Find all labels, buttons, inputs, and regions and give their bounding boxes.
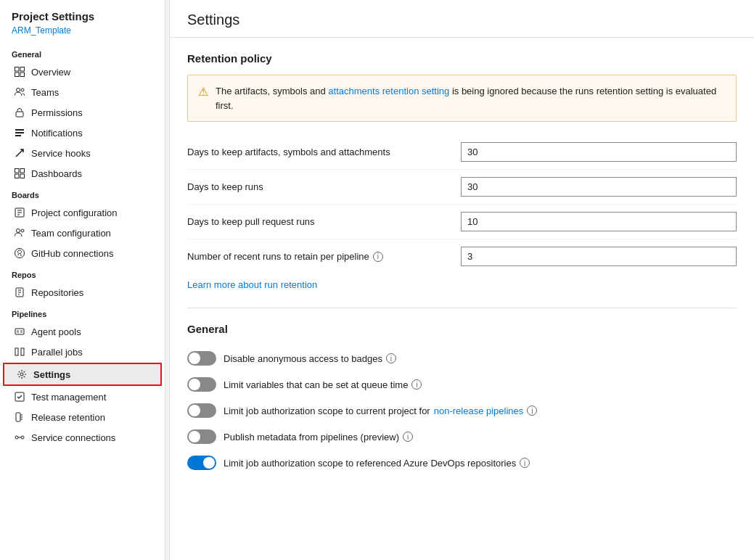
learn-more-run-retention-link[interactable]: Learn more about run retention [187,279,317,290]
anon-badges-toggle[interactable] [187,351,216,366]
sidebar-item-notifications[interactable]: Notifications [0,123,165,143]
svg-rect-22 [15,348,18,355]
permissions-icon [14,107,25,118]
toggle-row-limit-vars: Limit variables that can be set at queue… [187,371,737,398]
sidebar-item-github-connections[interactable]: GitHub connections [0,243,165,263]
sidebar-item-service-connections[interactable]: Service connections [0,427,165,448]
svg-rect-13 [20,174,25,178]
svg-point-17 [15,249,25,258]
sidebar-item-settings-label: Settings [33,369,70,380]
artifacts-input[interactable] [461,142,737,162]
publish-metadata-toggle[interactable] [187,429,216,444]
sidebar-item-project-config-label: Project configuration [31,207,118,218]
limit-vars-label: Limit variables that can be set at queue… [224,379,422,390]
sidebar-item-dashboards[interactable]: Dashboards [0,163,165,184]
svg-rect-26 [16,413,20,421]
sidebar-item-test-mgmt-label: Test management [31,392,106,403]
github-icon [14,247,25,259]
svg-point-27 [15,436,18,439]
sidebar-item-test-management[interactable]: Test management [0,387,165,407]
svg-rect-19 [15,329,24,334]
recent-runs-input[interactable] [461,247,737,266]
recent-runs-label: Number of recent runs to retain per pipe… [187,251,461,262]
sidebar-title: Project Settings [0,0,165,24]
svg-point-16 [21,229,24,232]
page-header: Settings [170,0,754,38]
recent-runs-info-icon[interactable]: i [373,252,383,262]
sidebar-section-boards: Boards [0,184,165,202]
toggle-row-anon-badges: Disable anonymous access to badges i [187,345,737,371]
main-content: Settings Retention policy ⚠ The artifact… [170,0,754,560]
svg-point-24 [20,373,23,376]
sidebar-item-overview[interactable]: Overview [0,62,165,82]
sidebar-item-github-label: GitHub connections [31,248,113,259]
svg-rect-10 [15,169,20,173]
toggle-row-publish-metadata: Publish metadata from pipelines (preview… [187,424,737,450]
sidebar-item-repos-label: Repositories [31,287,83,298]
sidebar-item-service-hooks[interactable]: Service hooks [0,143,165,163]
toggle-row-limit-job-scope: Limit job authorization scope to current… [187,398,737,424]
publish-metadata-info-icon[interactable]: i [403,432,413,442]
attachments-link[interactable]: attachments retention setting [328,86,449,96]
limit-job-scope-toggle[interactable] [187,403,216,418]
release-retention-icon [14,411,25,423]
svg-rect-23 [21,348,24,355]
form-row-runs: Days to keep runs [187,170,737,205]
svg-rect-21 [20,330,22,333]
sidebar-item-service-hooks-label: Service hooks [31,148,91,159]
limit-azure-repos-info-icon[interactable]: i [520,458,530,468]
teams-icon [14,86,25,98]
sidebar-item-release-retention[interactable]: Release retention [0,407,165,427]
sidebar-subtitle: ARM_Template [0,24,165,43]
sidebar-item-overview-label: Overview [31,67,70,78]
sidebar-item-parallel-jobs[interactable]: Parallel jobs [0,342,165,362]
agent-pools-icon [14,326,25,337]
sidebar-item-dashboards-label: Dashboards [31,168,82,179]
sidebar-section-pipelines: Pipelines [0,302,165,321]
sidebar-item-settings[interactable]: Settings [4,364,160,384]
general-section-title: General [187,323,737,335]
anon-badges-label: Disable anonymous access to badges i [224,353,396,364]
limit-vars-toggle[interactable] [187,377,216,392]
sidebar-item-notifications-label: Notifications [31,128,83,139]
non-release-pipelines-link[interactable]: non-release pipelines [434,405,524,416]
svg-rect-12 [15,174,20,178]
svg-rect-20 [17,330,19,333]
runs-label: Days to keep runs [187,181,461,192]
sidebar-section-general: General [0,43,165,62]
sidebar-item-team-configuration[interactable]: Team configuration [0,223,165,243]
toggle-row-limit-azure-repos: Limit job authorization scope to referen… [187,450,737,476]
warning-icon: ⚠ [198,85,208,99]
svg-rect-1 [20,67,25,72]
anon-badges-info-icon[interactable]: i [386,353,396,363]
svg-rect-2 [15,73,20,77]
runs-input[interactable] [461,177,737,197]
sidebar-item-permissions-label: Permissions [31,107,83,118]
svg-rect-0 [15,67,20,72]
form-row-recent-runs: Number of recent runs to retain per pipe… [187,239,737,273]
svg-point-15 [17,229,20,233]
sidebar-item-agent-pools[interactable]: Agent pools [0,321,165,342]
limit-vars-info-icon[interactable]: i [411,379,422,390]
sidebar-item-repositories[interactable]: Repositories [0,282,165,302]
sidebar-item-project-configuration[interactable]: Project configuration [0,202,165,223]
service-hooks-icon [14,147,25,159]
sidebar-item-release-retention-label: Release retention [31,412,105,423]
sidebar: Project Settings ARM_Template General Ov… [0,0,165,560]
pr-runs-input[interactable] [461,212,737,231]
page-title: Settings [187,12,737,28]
svg-rect-7 [15,129,24,131]
sidebar-item-teams-label: Teams [31,87,59,98]
parallel-jobs-icon [14,346,25,358]
sidebar-item-permissions[interactable]: Permissions [0,102,165,123]
svg-point-28 [21,436,24,439]
svg-rect-9 [15,135,21,136]
limit-job-scope-info-icon[interactable]: i [527,405,537,416]
retention-policy-section: Retention policy ⚠ The artifacts, symbol… [187,52,737,290]
sidebar-item-teams[interactable]: Teams [0,82,165,102]
notifications-icon [14,127,25,139]
limit-azure-repos-toggle[interactable] [187,456,216,470]
service-connections-icon [14,432,25,443]
test-mgmt-icon [14,391,25,403]
dashboards-icon [14,168,25,179]
